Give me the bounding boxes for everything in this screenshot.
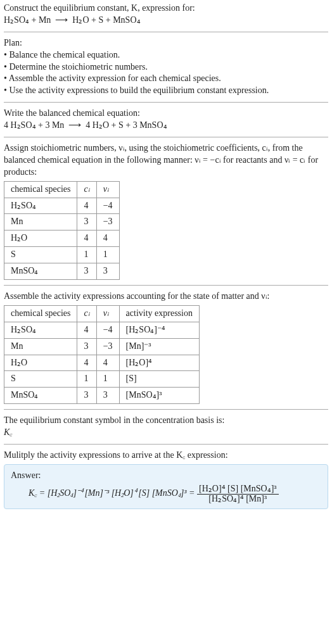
- answer-expression: K꜀ = [H₂SO₄]⁻⁴ [Mn]⁻³ [H₂O]⁴ [S] [MnSO₄]…: [11, 482, 321, 503]
- col-v-label: νᵢ: [103, 308, 109, 318]
- divider: [4, 32, 328, 32]
- cell-c: 3: [77, 214, 96, 230]
- bullet-icon: •: [4, 50, 7, 60]
- plan-item: • Assemble the activity expression for e…: [4, 73, 328, 85]
- cell-species: Mn: [4, 338, 77, 355]
- table-row: MnSO₄ 3 3 [MnSO₄]³: [4, 388, 200, 404]
- cell-activity: [H₂SO₄]⁻⁴: [119, 322, 199, 338]
- prompt-text: Construct the equilibrium constant, K, e…: [4, 3, 195, 13]
- cell-activity: [MnSO₄]³: [119, 388, 199, 404]
- col-species: chemical species: [4, 305, 77, 322]
- multiply-intro: Mulitply the activity expressions to arr…: [4, 450, 328, 462]
- plan-item: • Use the activity expressions to build …: [4, 85, 328, 97]
- bullet-icon: •: [4, 62, 7, 72]
- col-v-label: νᵢ: [103, 184, 109, 194]
- divider: [4, 444, 328, 445]
- plan-block: Plan: • Balance the chemical equation. •…: [4, 37, 328, 97]
- table-header-row: chemical species cᵢ νᵢ: [4, 181, 120, 198]
- table-row: Mn 3 −3: [4, 214, 120, 230]
- cell-v: 4: [96, 230, 119, 247]
- col-v: νᵢ: [96, 181, 119, 198]
- col-c: cᵢ: [77, 305, 96, 322]
- answer-denominator: [H₂SO₄]⁴ [Mn]³: [197, 495, 279, 504]
- table-row: S 1 1: [4, 247, 120, 263]
- prompt-line1: Construct the equilibrium constant, K, e…: [4, 3, 328, 15]
- eq-lhs: H₂SO₄ + Mn: [4, 15, 51, 25]
- cell-species: MnSO₄: [4, 388, 77, 404]
- unbalanced-equation: H₂SO₄ + Mn ⟶ H₂O + S + MnSO₄: [4, 15, 328, 27]
- cell-v: −4: [96, 198, 119, 214]
- cell-species: H₂O: [4, 230, 77, 247]
- cell-species: S: [4, 371, 77, 388]
- answer-lhs: K꜀ = [H₂SO₄]⁻⁴ [Mn]⁻³ [H₂O]⁴ [S] [MnSO₄]…: [29, 488, 197, 498]
- col-c: cᵢ: [77, 181, 96, 198]
- cell-v: 4: [96, 355, 119, 371]
- col-activity: activity expression: [119, 305, 199, 322]
- activity-intro: Assemble the activity expressions accoun…: [4, 291, 328, 303]
- basis-block: The equilibrium constant symbol in the c…: [4, 415, 328, 439]
- answer-fraction: [H₂O]⁴ [S] [MnSO₄]³ [H₂SO₄]⁴ [Mn]³: [197, 484, 279, 503]
- balanced-arrow: ⟶: [68, 120, 81, 130]
- cell-v: 1: [96, 371, 119, 388]
- bullet-icon: •: [4, 85, 7, 95]
- cell-v: −4: [96, 322, 119, 338]
- divider: [4, 137, 328, 137]
- cell-activity: [Mn]⁻³: [119, 338, 199, 355]
- plan-item-text: Determine the stoichiometric numbers.: [9, 62, 148, 72]
- divider: [4, 409, 328, 410]
- balanced-heading: Write the balanced chemical equation:: [4, 108, 328, 120]
- cell-species: S: [4, 247, 77, 263]
- eq-arrow: ⟶: [55, 15, 68, 25]
- cell-v: 3: [96, 263, 119, 280]
- balanced-equation: 4 H₂SO₄ + 3 Mn ⟶ 4 H₂O + S + 3 MnSO₄: [4, 120, 328, 132]
- table-row: S 1 1 [S]: [4, 371, 200, 388]
- plan-item-text: Use the activity expressions to build th…: [9, 85, 269, 95]
- col-c-label: cᵢ: [84, 184, 89, 194]
- table-row: H₂O 4 4 [H₂O]⁴: [4, 355, 200, 371]
- plan-item-text: Balance the chemical equation.: [9, 50, 120, 60]
- balanced-rhs: 4 H₂O + S + 3 MnSO₄: [86, 120, 167, 130]
- table-row: H₂SO₄ 4 −4: [4, 198, 120, 214]
- plan-item-text: Assemble the activity expression for eac…: [9, 73, 221, 83]
- plan-item: • Determine the stoichiometric numbers.: [4, 61, 328, 73]
- cell-c: 1: [77, 247, 96, 263]
- plan-heading: Plan:: [4, 37, 328, 49]
- cell-v: −3: [96, 338, 119, 355]
- col-species: chemical species: [4, 181, 77, 198]
- table-row: MnSO₄ 3 3: [4, 263, 120, 280]
- cell-species: Mn: [4, 214, 77, 230]
- cell-c: 4: [77, 198, 96, 214]
- answer-box: Answer: K꜀ = [H₂SO₄]⁻⁴ [Mn]⁻³ [H₂O]⁴ [S]…: [4, 464, 328, 509]
- cell-v: −3: [96, 214, 119, 230]
- cell-species: H₂SO₄: [4, 322, 77, 338]
- table-row: H₂SO₄ 4 −4 [H₂SO₄]⁻⁴: [4, 322, 200, 338]
- cell-c: 4: [77, 355, 96, 371]
- table-header-row: chemical species cᵢ νᵢ activity expressi…: [4, 305, 200, 322]
- cell-activity: [H₂O]⁴: [119, 355, 199, 371]
- cell-activity: [S]: [119, 371, 199, 388]
- table-row: Mn 3 −3 [Mn]⁻³: [4, 338, 200, 355]
- basis-line: The equilibrium constant symbol in the c…: [4, 415, 328, 427]
- cell-c: 3: [77, 388, 96, 404]
- cell-v: 3: [96, 388, 119, 404]
- cell-c: 3: [77, 263, 96, 280]
- balanced-lhs: 4 H₂SO₄ + 3 Mn: [4, 120, 64, 130]
- answer-label: Answer:: [11, 470, 321, 482]
- cell-c: 1: [77, 371, 96, 388]
- cell-species: MnSO₄: [4, 263, 77, 280]
- divider: [4, 102, 328, 103]
- cell-c: 3: [77, 338, 96, 355]
- stoich-intro: Assign stoichiometric numbers, νᵢ, using…: [4, 142, 328, 179]
- col-c-label: cᵢ: [84, 308, 89, 318]
- divider: [4, 285, 328, 286]
- answer-numerator: [H₂O]⁴ [S] [MnSO₄]³: [197, 484, 279, 495]
- eq-rhs: H₂O + S + MnSO₄: [72, 15, 140, 25]
- stoich-table: chemical species cᵢ νᵢ H₂SO₄ 4 −4 Mn 3 −…: [4, 181, 120, 280]
- cell-c: 4: [77, 230, 96, 247]
- bullet-icon: •: [4, 73, 7, 83]
- cell-species: H₂O: [4, 355, 77, 371]
- activity-table: chemical species cᵢ νᵢ activity expressi…: [4, 305, 200, 404]
- plan-item: • Balance the chemical equation.: [4, 49, 328, 61]
- cell-v: 1: [96, 247, 119, 263]
- balanced-block: Write the balanced chemical equation: 4 …: [4, 108, 328, 132]
